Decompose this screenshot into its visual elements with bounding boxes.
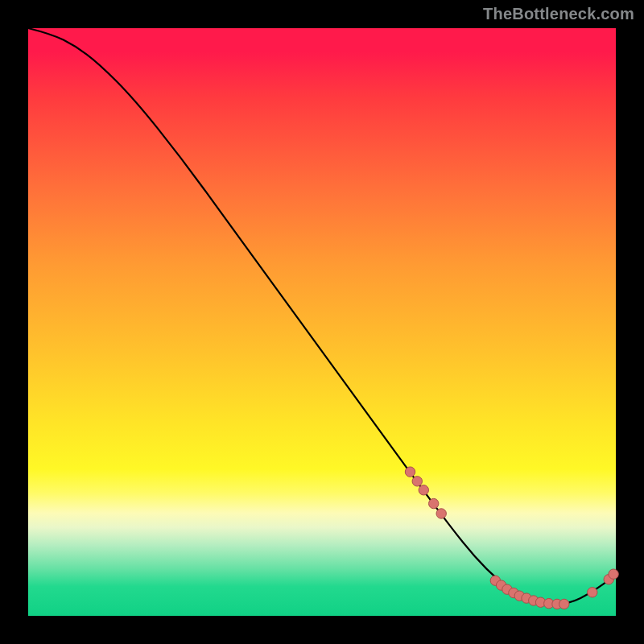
chart-marker [609,569,618,579]
chart-marker [429,498,439,508]
chart-marker [405,467,415,477]
chart-markers [405,467,618,609]
watermark-text: TheBottleneck.com [483,5,634,23]
plot-area [28,28,616,616]
chart-marker [436,509,446,518]
chart-marker [559,599,569,609]
chart-marker [412,477,422,486]
chart-svg [28,28,616,616]
chart-marker [588,588,597,597]
chart-stage: TheBottleneck.com [0,0,644,644]
chart-marker [419,485,428,495]
chart-line [28,28,616,604]
